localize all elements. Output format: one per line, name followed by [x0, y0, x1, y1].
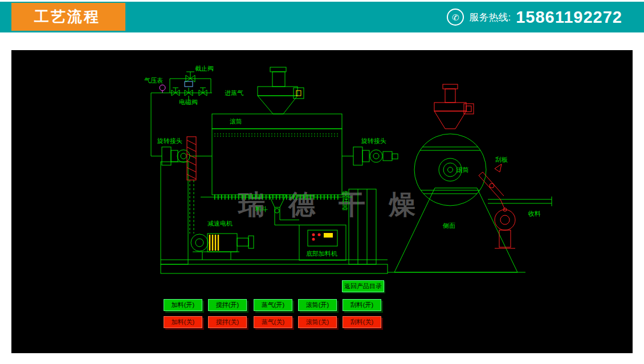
feed-on-button[interactable]: 加料(开) [164, 299, 202, 311]
scraper-label: 刮板 [495, 156, 508, 163]
stir-off-button[interactable]: 搅拌(关) [208, 316, 247, 328]
drum-right-label: 滚筒 [456, 166, 469, 173]
pressure-gauge-label: 气压表 [144, 77, 163, 84]
collect-label: 收料 [528, 210, 541, 217]
scrape-on-button[interactable]: 刮料(开) [343, 299, 381, 311]
rotary-joint-left-label: 旋转接头 [157, 137, 182, 144]
agitator-label: 搅拌器 [342, 190, 348, 211]
back-to-catalog-button[interactable]: 返回产品目录 [342, 280, 384, 292]
rotary-joint-right-label: 旋转接头 [361, 137, 386, 144]
feed-off-button[interactable]: 加料(关) [164, 316, 202, 328]
hopper-sight-glass [296, 91, 301, 96]
phone-icon: ✆ [447, 9, 464, 26]
hotline: ✆ 服务热线: 15861192272 [447, 2, 622, 32]
drum-left-label: 滚筒 [230, 118, 242, 125]
drum-body [212, 114, 342, 195]
steam-off-button[interactable]: 蒸气(关) [254, 316, 292, 328]
solenoid-valve-label: 电磁阀 [179, 99, 198, 105]
header-bar: 工艺流程 ✆ 服务热线: 15861192272 [0, 2, 644, 32]
bottom-feeder-label: 底部加料机 [306, 250, 337, 257]
hotline-label: 服务热线: [469, 11, 511, 24]
page-title: 工艺流程 [11, 3, 125, 31]
drum-circle [414, 134, 486, 206]
indicator-light [312, 238, 315, 241]
hopper-label: 料斗 [255, 206, 268, 212]
indicator-light [318, 234, 321, 236]
chain-drive [190, 180, 194, 234]
steam-on-button[interactable]: 蒸气(开) [254, 299, 292, 311]
steam-inlet-label: 进蒸气 [225, 89, 243, 96]
stir-on-button[interactable]: 搅拌(开) [208, 299, 247, 311]
red-top-hopper [434, 84, 474, 129]
rotary-joint-right-assembly [342, 147, 398, 165]
feeder-display [324, 233, 333, 238]
right-machine [388, 134, 552, 272]
scrape-off-button[interactable]: 刮料(关) [343, 316, 381, 328]
hotline-number: 15861192272 [516, 8, 622, 27]
scraper-assembly [479, 164, 515, 248]
side-view-label: 侧面 [442, 222, 455, 229]
collect-chute [488, 197, 552, 206]
indicator-light [312, 234, 315, 236]
pressure-gauge-dial [160, 85, 165, 93]
gear-motor-label: 减速电机 [207, 220, 233, 227]
drum-on-button[interactable]: 滚筒(开) [298, 299, 337, 311]
diagram-panel: 瑞 德 干 燥 [11, 50, 633, 353]
motor-fins [210, 235, 218, 251]
drum-off-button[interactable]: 滚筒(关) [298, 316, 337, 328]
bottom-funnel [269, 195, 299, 225]
gear-motor-assembly [191, 234, 254, 260]
stop-valve-label: 截止阀 [195, 65, 214, 72]
